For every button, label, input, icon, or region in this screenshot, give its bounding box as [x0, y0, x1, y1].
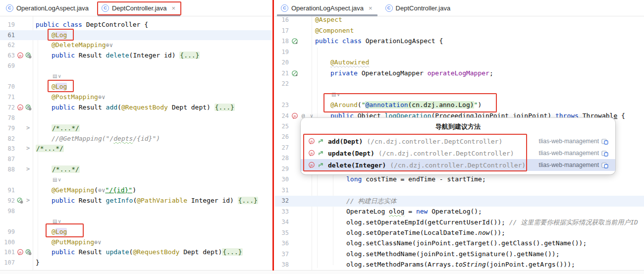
fold-arrow-icon[interactable]: > [26, 248, 30, 255]
code-line[interactable]: 63m>public Result delete(Integer id) {..… [0, 51, 272, 61]
line-number[interactable]: 22 [275, 80, 289, 87]
fold-arrow-icon[interactable]: > [26, 124, 30, 131]
code-line[interactable]: 78 [0, 113, 272, 123]
code-text[interactable]: olog.setMethodName(joinPoint.getSignatur… [346, 250, 559, 258]
suggestion-row-add[interactable]: madd(Dept) (/cn.dzj.controller.DeptContr… [301, 135, 615, 147]
related-methods-inlay-icon[interactable]: ▤∨ [53, 219, 62, 224]
tab-deptcontroller-java[interactable]: CDeptController.java [379, 0, 458, 16]
code-line[interactable]: 62@DeleteMapping⊕∨ [0, 40, 272, 51]
tab-close-icon[interactable]: × [369, 4, 373, 12]
endpoint-gutter-icon[interactable] [17, 197, 24, 204]
line-number[interactable]: 33 [275, 208, 289, 215]
tab-operationlogaspect-java[interactable]: COperationLogAspect.java× [275, 0, 379, 16]
fold-arrow-icon[interactable]: > [26, 145, 30, 152]
line-number[interactable]: 63 [0, 52, 15, 59]
code-line[interactable]: 70@Log [0, 82, 272, 92]
line-number[interactable]: 17 [275, 27, 289, 34]
related-methods-inlay-icon[interactable]: ▤∨ [53, 177, 62, 182]
line-number[interactable]: 26 [275, 133, 289, 140]
code-line[interactable]: 19 [275, 47, 644, 57]
tab-deptcontroller-java[interactable]: CDeptController.java× [96, 0, 182, 16]
code-line[interactable]: 101m>public Result update(@RequestBody D… [0, 247, 272, 258]
line-number[interactable]: 69 [0, 62, 15, 69]
code-text[interactable]: @PutMapping⊕∨ [52, 238, 102, 246]
line-number[interactable]: 16 [275, 16, 289, 23]
code-line[interactable]: 72m>public Result add(@RequestBody Dept … [0, 103, 272, 113]
code-text[interactable]: /*...*/ [52, 124, 80, 132]
code-text[interactable]: public class DeptController { [36, 21, 148, 28]
fold-arrow-icon[interactable]: > [26, 197, 30, 204]
code-line[interactable]: 88>/*...*/ [0, 164, 272, 175]
method-gutter-icon[interactable]: m [17, 249, 24, 256]
code-line[interactable]: 37olog.setMethodName(joinPoint.getSignat… [275, 249, 644, 260]
code-line[interactable]: 83>/*...*/ [0, 144, 272, 154]
code-line[interactable]: 16@Aspect [275, 15, 644, 25]
inlay-hint-row[interactable]: ▤∨ [0, 71, 272, 82]
fold-arrow-icon[interactable]: > [26, 104, 30, 110]
line-number[interactable]: 32 [275, 197, 289, 204]
code-line[interactable]: 35olog.setOperateTime(LocalDateTime.now(… [275, 228, 644, 238]
code-text[interactable]: /*...*/ [36, 145, 64, 152]
code-text[interactable]: @Component [315, 27, 354, 34]
code-line[interactable]: 18public class OperationLogAspect { [275, 36, 644, 47]
line-number[interactable]: 31 [275, 187, 289, 194]
line-number[interactable]: 72 [0, 104, 15, 111]
inlay-hint-row[interactable]: ▤∨ [0, 217, 272, 227]
code-line[interactable]: 92>public Result getInfo(@PathVariable I… [0, 196, 272, 206]
code-line[interactable]: 23@Around("@annotation(cn.dzj.anno.Log)"… [275, 100, 644, 110]
code-line[interactable]: 17@Component [275, 26, 644, 36]
code-text[interactable]: public Result getInfo(@PathVariable Inte… [52, 197, 258, 204]
line-number[interactable]: 38 [275, 261, 289, 268]
spring-bean-gutter-icon[interactable] [291, 70, 298, 77]
line-number[interactable]: 83 [0, 145, 15, 152]
line-number[interactable]: 28 [275, 155, 289, 162]
code-text[interactable]: private OperateLogMapper operateLogMappe… [330, 69, 493, 77]
line-number[interactable]: 23 [275, 102, 289, 109]
code-line[interactable]: 79>/*...*/ [0, 123, 272, 134]
suggestion-row-delete[interactable]: mdelete(Integer) (/cn.dzj.controller.Dep… [301, 159, 615, 171]
line-number[interactable]: 20 [275, 59, 289, 66]
code-line[interactable]: 20@Autowired [275, 57, 644, 68]
inlay-hint-row[interactable]: ▤∨ [275, 90, 644, 100]
line-number[interactable]: 78 [0, 114, 15, 121]
related-methods-inlay-icon[interactable]: ▤∨ [53, 73, 62, 79]
code-text[interactable]: @Around("@annotation(cn.dzj.anno.Log)") [330, 101, 482, 109]
method-gutter-icon[interactable]: m [17, 104, 24, 111]
code-line[interactable]: 69 [0, 61, 272, 71]
fold-arrow-icon[interactable]: > [26, 165, 30, 172]
line-number[interactable]: 101 [0, 249, 15, 256]
code-line[interactable]: 61@Log [0, 30, 272, 41]
line-number[interactable]: 34 [275, 219, 289, 225]
line-number[interactable]: 91 [0, 187, 15, 194]
code-line[interactable]: 31 [275, 185, 644, 196]
code-text[interactable]: public Result delete(Integer id) {...} [52, 52, 200, 59]
code-line[interactable]: 71@PostMapping⊕∨ [0, 92, 272, 103]
code-line[interactable]: 19public class DeptController { [0, 20, 272, 30]
line-number[interactable]: 82 [0, 135, 15, 142]
method-gutter-icon[interactable]: m [17, 52, 24, 59]
code-line[interactable]: 99@Log [0, 227, 272, 237]
line-number[interactable]: 18 [275, 38, 289, 45]
tab-operationlogaspect-java[interactable]: COperationLogAspect.java [0, 0, 96, 16]
code-line[interactable]: 38olog.setMethodParams(Arrays.toString(j… [275, 260, 644, 270]
line-number[interactable]: 88 [0, 166, 15, 173]
code-text[interactable]: } [36, 259, 40, 266]
code-line[interactable]: 22 [275, 79, 644, 89]
code-line[interactable]: 30long costTime = endTime - startTime; [275, 174, 644, 185]
code-text[interactable]: olog.setMethodParams(Arrays.toString(joi… [346, 261, 575, 268]
code-text[interactable]: @DeleteMapping⊕∨ [52, 41, 113, 49]
code-text[interactable]: olog.setOperateEmpId(getCurrentUserId())… [346, 218, 638, 227]
code-text[interactable]: @Log [52, 83, 67, 90]
line-number[interactable]: 24 [275, 112, 289, 119]
code-line[interactable]: 36olog.setClassName(joinPoint.getTarget(… [275, 238, 644, 249]
code-line[interactable]: 32// 构建日志实体 [275, 196, 644, 206]
code-text[interactable]: long costTime = endTime - startTime; [346, 175, 486, 183]
code-line[interactable]: 107} [0, 258, 272, 268]
line-number[interactable]: 87 [0, 156, 15, 163]
code-text[interactable]: // 构建日志实体 [346, 197, 396, 206]
method-gutter-icon[interactable]: m [291, 112, 298, 119]
line-number[interactable]: 79 [0, 125, 15, 132]
code-text[interactable]: @GetMapping(⊕∨"/{id}") [52, 186, 136, 194]
code-text[interactable]: public Result update(@RequestBody Dept d… [52, 248, 243, 256]
line-number[interactable]: 35 [275, 229, 289, 236]
